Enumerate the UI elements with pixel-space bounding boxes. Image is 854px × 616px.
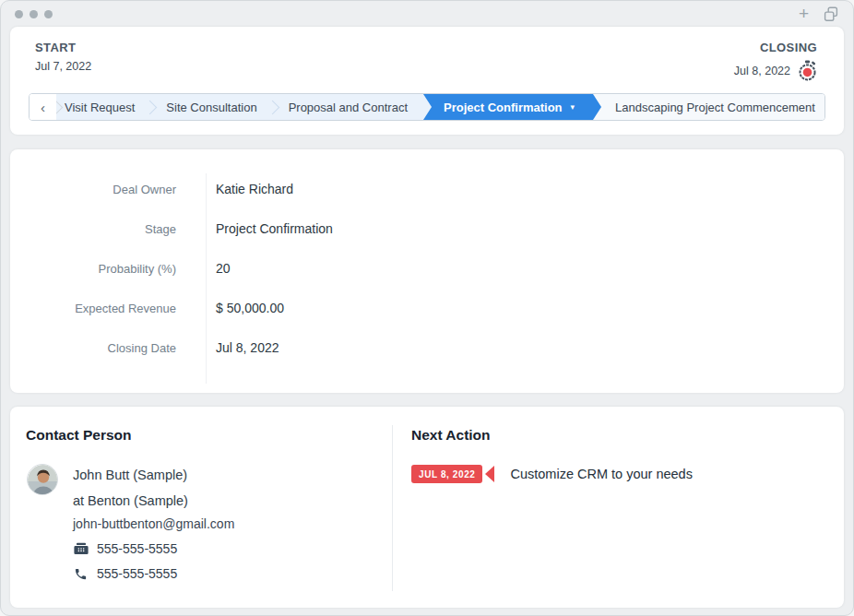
stage-visit-request[interactable]: Visit Request <box>56 94 150 120</box>
stage-label: Landscaping Project Commencement <box>615 101 815 114</box>
phone-number[interactable]: 555-555-5555 <box>97 541 177 556</box>
closing-date-row: Jul 8, 2022 <box>734 60 817 81</box>
detail-row-probability: Probability (%) 20 <box>10 260 844 278</box>
contact-company: at Benton (Sample) <box>73 492 234 510</box>
detail-label: Expected Revenue <box>10 301 176 317</box>
detail-value: Project Confirmation <box>216 220 333 237</box>
stage-landscaping-project-commencement[interactable]: Landscaping Project Commencement <box>593 94 825 120</box>
pipeline-scroll-left[interactable]: ‹ <box>30 94 56 120</box>
detail-value: $ 50,000.00 <box>216 300 284 316</box>
start-date: Jul 7, 2022 <box>35 60 91 73</box>
detail-row-closing-date: Closing Date Jul 8, 2022 <box>10 339 844 357</box>
stopwatch-icon <box>798 60 817 81</box>
stage-project-confirmation-active[interactable]: Project Confirmation ▾ <box>423 94 593 120</box>
deal-details-card: Deal Owner Katie Richard Stage Project C… <box>10 149 844 393</box>
detail-value: Katie Richard <box>216 181 293 197</box>
window-dot-icon <box>44 10 53 18</box>
contact-phone-mobile[interactable]: 555-555-5555 <box>73 566 234 581</box>
window-controls <box>15 10 53 18</box>
handset-icon <box>73 567 89 581</box>
contact-person-heading: Contact Person <box>26 427 374 444</box>
detail-label: Stage <box>10 221 176 238</box>
contact-next-action-card: Contact Person John <box>10 407 844 608</box>
details-divider <box>206 173 207 384</box>
detail-row-stage: Stage Project Confirmation <box>10 220 844 238</box>
stage-label: Site Consultation <box>166 101 256 114</box>
badge-arrow-icon <box>485 466 494 482</box>
closing-label: CLOSING <box>760 41 817 54</box>
deal-timeline-card: START Jul 7, 2022 CLOSING Jul 8, 2022 <box>10 27 844 135</box>
detail-label: Closing Date <box>10 340 176 357</box>
chevron-down-icon[interactable]: ▾ <box>571 102 575 112</box>
stage-site-consultation[interactable]: Site Consultation <box>150 94 272 120</box>
window-titlebar: + <box>1 1 853 27</box>
phone-number[interactable]: 555-555-5555 <box>97 566 177 581</box>
app-window: + START Jul 7, 2022 CLOSING Jul 8, 2022 <box>0 0 854 616</box>
window-dot-icon <box>15 10 23 18</box>
closing-date: Jul 8, 2022 <box>734 65 790 77</box>
copy-icon[interactable] <box>824 6 838 22</box>
detail-value: 20 <box>216 260 231 277</box>
detail-value: Jul 8, 2022 <box>216 339 279 356</box>
stage-label: Visit Request <box>65 101 135 114</box>
plus-icon[interactable]: + <box>799 6 809 21</box>
avatar[interactable] <box>27 464 58 495</box>
next-action-text[interactable]: Customize CRM to your needs <box>510 467 692 481</box>
stage-label: Proposal and Contract <box>289 101 408 114</box>
next-action-date-badge: JUL 8, 2022 <box>411 465 482 483</box>
desk-phone-icon <box>73 542 89 555</box>
detail-row-expected-revenue: Expected Revenue $ 50,000.00 <box>10 300 844 317</box>
start-label: START <box>35 41 91 54</box>
contact-name[interactable]: John Butt (Sample) <box>73 466 234 484</box>
stage-label: Project Confirmation <box>444 101 563 114</box>
contact-phone-office[interactable]: 555-555-5555 <box>73 541 234 556</box>
stage-proposal-and-contract[interactable]: Proposal and Contract <box>273 94 423 120</box>
stage-pipeline: ‹ Visit Request Site Consultation Propos… <box>29 93 825 121</box>
window-dot-icon <box>30 10 38 18</box>
detail-row-deal-owner: Deal Owner Katie Richard <box>10 181 844 198</box>
contact-person-section: Contact Person John <box>10 407 392 608</box>
detail-label: Deal Owner <box>10 182 176 198</box>
detail-label: Probability (%) <box>10 261 176 278</box>
contact-email[interactable]: john-buttbenton@gmail.com <box>73 516 234 531</box>
next-action-section: Next Action JUL 8, 2022 Customize CRM to… <box>393 407 844 608</box>
next-action-heading: Next Action <box>411 427 825 444</box>
